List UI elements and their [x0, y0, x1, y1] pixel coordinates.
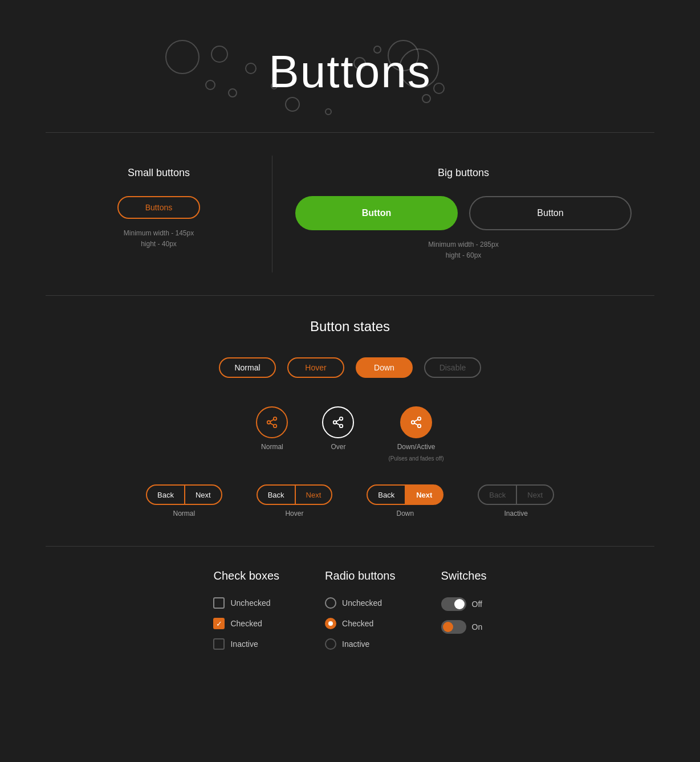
icon-btn-over[interactable] — [322, 406, 354, 438]
switches-title: Switches — [441, 569, 487, 582]
big-button-outline[interactable]: Button — [469, 196, 632, 230]
state-hover-button[interactable]: Hover — [287, 357, 344, 378]
switches-group: Switches Off On — [441, 569, 487, 650]
buttons-demo-section: Small buttons Buttons Minimum width - 14… — [46, 133, 654, 295]
switch-off[interactable] — [441, 597, 466, 611]
header-section: Buttons — [0, 23, 700, 132]
icon-btn-active-group: Down/Active (Pulses and fades off) — [388, 406, 443, 462]
button-states-section: Button states Normal Hover Down Disable — [0, 296, 700, 546]
nav-next-hover[interactable]: Next — [296, 484, 333, 505]
switch-off-label: Off — [472, 600, 482, 609]
icon-states-row: Normal Over — [46, 406, 654, 462]
radio-unchecked[interactable] — [325, 597, 336, 609]
icon-btn-active[interactable] — [400, 406, 432, 438]
controls-section: Check boxes Unchecked ✓ Checked Inactive… — [0, 547, 700, 684]
svg-line-14 — [414, 419, 418, 422]
nav-down-pair: Back Next — [367, 484, 443, 505]
checkbox-inactive-item: Inactive — [213, 638, 279, 650]
radio-inactive-item: Inactive — [325, 638, 395, 650]
big-button-spec: Minimum width - 285px hight - 60px — [428, 239, 498, 261]
icon-normal-label: Normal — [261, 443, 283, 451]
checkbox-checked-item[interactable]: ✓ Checked — [213, 618, 279, 629]
nav-next-inactive: Next — [517, 484, 554, 505]
switch-on-label: On — [472, 622, 483, 631]
icon-btn-over-group: Over — [322, 406, 354, 451]
nav-states-row: Back Next Normal Back Next Hover Back Ne… — [46, 484, 654, 517]
nav-back-down[interactable]: Back — [367, 484, 406, 505]
small-button-spec: Minimum width - 145px hight - 40px — [124, 228, 194, 250]
nav-back-inactive: Back — [478, 484, 517, 505]
icon-btn-normal[interactable] — [256, 406, 288, 438]
switch-on[interactable] — [441, 620, 466, 634]
small-buttons-title: Small buttons — [128, 167, 190, 179]
checkbox-unchecked-label: Unchecked — [230, 598, 270, 608]
checkbox-unchecked-item[interactable]: Unchecked — [213, 597, 279, 609]
checkboxes-title: Check boxes — [213, 569, 279, 582]
checkbox-inactive-label: Inactive — [230, 639, 258, 649]
nav-inactive-label: Inactive — [504, 510, 528, 517]
nav-inactive-pair: Back Next — [478, 484, 554, 505]
icon-btn-normal-group: Normal — [256, 406, 288, 451]
button-states-title: Button states — [46, 319, 654, 335]
radio-checked-item[interactable]: Checked — [325, 618, 395, 629]
svg-line-3 — [270, 423, 274, 426]
small-buttons-col: Small buttons Buttons Minimum width - 14… — [46, 156, 272, 272]
switch-off-item[interactable]: Off — [441, 597, 487, 611]
checkbox-unchecked[interactable] — [213, 597, 225, 609]
page-title: Buttons — [0, 46, 700, 98]
nav-normal-group: Back Next Normal — [146, 484, 222, 517]
radio-title: Radio buttons — [325, 569, 395, 582]
big-button-filled[interactable]: Button — [295, 196, 458, 230]
radio-unchecked-label: Unchecked — [342, 598, 382, 608]
checkbox-inactive — [213, 638, 225, 650]
state-normal-button[interactable]: Normal — [219, 357, 276, 378]
nav-down-group: Back Next Down — [367, 484, 443, 517]
nav-normal-pair: Back Next — [146, 484, 222, 505]
nav-down-label: Down — [396, 510, 414, 517]
icon-over-label: Over — [331, 443, 345, 451]
nav-hover-label: Hover — [285, 510, 303, 517]
nav-hover-pair: Back Next — [257, 484, 333, 505]
checkbox-checked[interactable]: ✓ — [213, 618, 225, 629]
nav-inactive-group: Back Next Inactive — [478, 484, 554, 517]
nav-hover-group: Back Next Hover — [257, 484, 333, 517]
share-icon — [266, 416, 278, 429]
state-down-button[interactable]: Down — [356, 357, 413, 378]
svg-line-9 — [336, 419, 340, 422]
radio-group: Radio buttons Unchecked Checked Inactive — [325, 569, 395, 650]
nav-next-down[interactable]: Next — [406, 484, 443, 505]
switch-on-item[interactable]: On — [441, 620, 487, 634]
svg-line-4 — [270, 419, 274, 422]
small-button-demo[interactable]: Buttons — [117, 196, 200, 219]
checkbox-checked-label: Checked — [230, 619, 262, 628]
nav-normal-label: Normal — [173, 510, 195, 517]
share-icon-active — [410, 416, 422, 429]
nav-next-normal[interactable]: Next — [185, 484, 222, 505]
big-buttons-col: Big buttons Button Button Minimum width … — [272, 156, 654, 272]
state-disable-button: Disable — [424, 357, 481, 378]
big-buttons-title: Big buttons — [438, 167, 489, 179]
svg-line-13 — [414, 423, 418, 426]
radio-checked[interactable] — [325, 618, 336, 629]
radio-inactive-label: Inactive — [342, 639, 369, 649]
page-wrapper: Buttons Small buttons Buttons Minimum wi… — [0, 0, 700, 762]
big-buttons-row: Button Button — [295, 196, 632, 230]
states-row: Normal Hover Down Disable — [46, 357, 654, 378]
nav-back-hover[interactable]: Back — [257, 484, 296, 505]
radio-unchecked-item[interactable]: Unchecked — [325, 597, 395, 609]
checkboxes-group: Check boxes Unchecked ✓ Checked Inactive — [213, 569, 279, 650]
icon-active-label: Down/Active — [397, 443, 436, 451]
svg-line-8 — [336, 423, 340, 426]
icon-active-sublabel: (Pulses and fades off) — [388, 455, 443, 462]
share-icon-over — [332, 416, 344, 429]
nav-back-normal[interactable]: Back — [146, 484, 185, 505]
radio-inactive — [325, 638, 336, 650]
radio-checked-label: Checked — [342, 619, 373, 628]
